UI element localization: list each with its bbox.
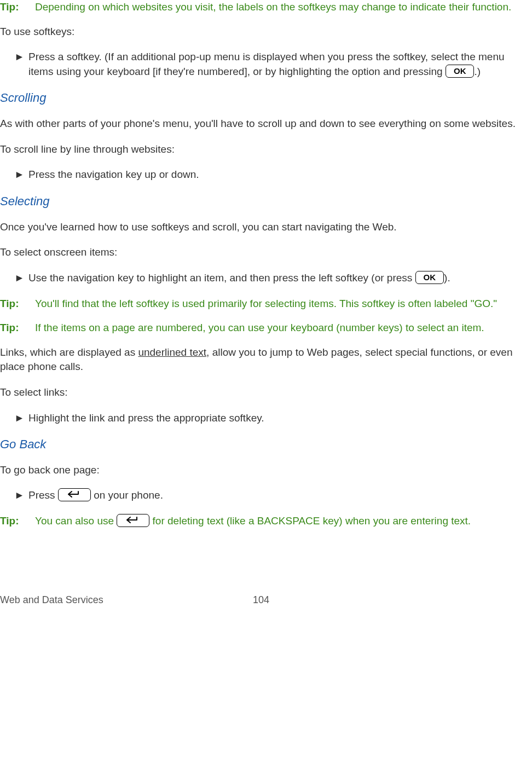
page-footer: Web and Data Services 104: [0, 593, 522, 607]
bullet-body: Highlight the link and press the appropr…: [28, 411, 522, 426]
bullet-body: Press the navigation key up or down.: [28, 167, 522, 182]
tip-label: Tip:: [0, 297, 35, 311]
bullet-item: ► Press on your phone.: [0, 488, 522, 503]
heading-selecting: Selecting: [0, 193, 522, 210]
text-fragment: ).: [444, 272, 450, 284]
footer-section-title: Web and Data Services: [0, 594, 103, 605]
tip-block: Tip: You can also use for deleting text …: [0, 514, 522, 529]
tip-body-text: You can also use for deleting text (like…: [35, 514, 471, 529]
heading-scrolling: Scrolling: [0, 90, 522, 107]
paragraph: To use softkeys:: [0, 25, 522, 39]
bullet-body: Press on your phone.: [28, 488, 522, 503]
text-fragment: You can also use: [35, 515, 117, 527]
bullet-item: ► Press a softkey. (If an additional pop…: [0, 50, 522, 79]
paragraph: To go back one page:: [0, 463, 522, 478]
bullet-item: ► Use the navigation key to highlight an…: [0, 271, 522, 286]
document-body: Tip: Depending on which websites you vis…: [0, 0, 522, 571]
bullet-marker-icon: ►: [14, 50, 28, 65]
underlined-text: underlined text: [138, 346, 206, 358]
bullet-marker-icon: ►: [14, 488, 28, 503]
ok-key-icon: OK: [415, 271, 444, 284]
footer-page-number: 104: [253, 593, 269, 607]
ok-key-icon: OK: [446, 65, 475, 78]
tip-body-text: You'll find that the left softkey is use…: [35, 297, 497, 311]
bullet-marker-icon: ►: [14, 411, 28, 426]
tip-body-text: Depending on which websites you visit, t…: [35, 0, 511, 15]
text-fragment: Use the navigation key to highlight an i…: [28, 272, 415, 284]
bullet-item: ► Press the navigation key up or down.: [0, 167, 522, 182]
paragraph: As with other parts of your phone's menu…: [0, 117, 522, 131]
text-fragment: Links, which are displayed as: [0, 346, 138, 358]
tip-label: Tip:: [0, 321, 35, 336]
back-key-icon: [58, 488, 91, 501]
tip-body-text: If the items on a page are numbered, you…: [35, 321, 484, 336]
paragraph: To select onscreen items:: [0, 245, 522, 260]
text-fragment: Press: [28, 489, 58, 501]
paragraph: To select links:: [0, 385, 522, 400]
bullet-item: ► Highlight the link and press the appro…: [0, 411, 522, 426]
heading-goback: Go Back: [0, 436, 522, 453]
tip-label: Tip:: [0, 514, 35, 529]
text-fragment: Press a softkey. (If an additional pop-u…: [28, 51, 505, 77]
paragraph: To scroll line by line through websites:: [0, 142, 522, 157]
tip-block: Tip: You'll find that the left softkey i…: [0, 297, 522, 311]
text-fragment: for deleting text (like a BACKSPACE key)…: [149, 515, 471, 527]
text-fragment: .): [474, 66, 481, 77]
tip-block: Tip: If the items on a page are numbered…: [0, 321, 522, 336]
bullet-marker-icon: ►: [14, 167, 28, 182]
paragraph: Links, which are displayed as underlined…: [0, 345, 522, 374]
tip-block: Tip: Depending on which websites you vis…: [0, 0, 522, 15]
bullet-marker-icon: ►: [14, 271, 28, 286]
text-fragment: on your phone.: [91, 489, 163, 501]
paragraph: Once you've learned how to use softkeys …: [0, 220, 522, 235]
bullet-body: Press a softkey. (If an additional pop-u…: [28, 50, 522, 79]
back-key-icon: [117, 514, 149, 527]
bullet-body: Use the navigation key to highlight an i…: [28, 271, 522, 286]
tip-label: Tip:: [0, 0, 35, 15]
